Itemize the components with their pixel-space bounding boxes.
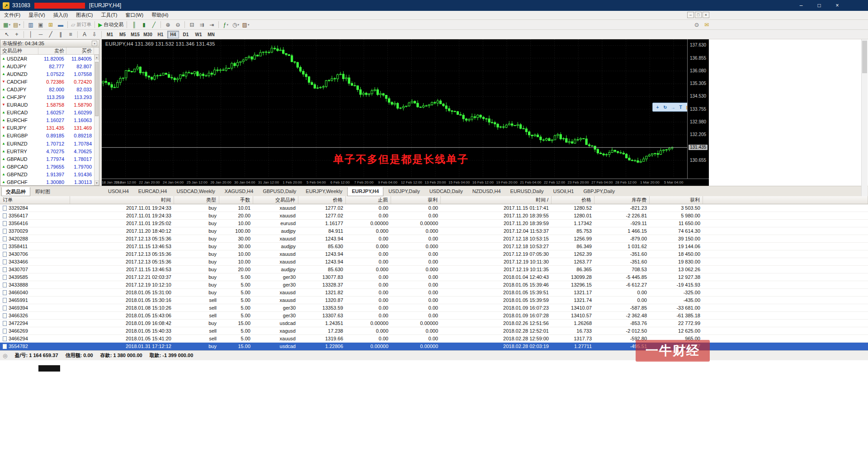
zoom-in-button[interactable]: ⊕ [163,20,173,29]
chart-tab[interactable]: USDJPY,Daily [384,187,425,196]
chart-tab[interactable]: EURCAD,H4 [134,187,172,196]
search-button[interactable]: ⊙ [692,20,702,29]
menu-item-tools[interactable]: 工具(T) [97,10,121,20]
community-button[interactable]: ✉ [702,20,712,29]
chart-tab[interactable]: EURJPY,H4 [347,187,383,196]
order-row[interactable]: 34307062017.12.13 05:15:36buy10.00xauusd… [0,250,868,258]
order-row[interactable]: 33564162017.11.01 19:25:02buy10.00eurusd… [0,220,868,227]
crosshair-button[interactable]: + [12,30,22,39]
market-watch-row[interactable]: ▲EURNZD1.707121.70784 [0,140,99,147]
order-row[interactable]: 34395852017.12.21 02:03:37buy5.00ger3013… [0,273,868,281]
market-watch-row[interactable]: ▲CHFJPY113.259113.293 [0,93,99,101]
order-row[interactable]: 33700292017.11.20 18:40:12buy100.00audjp… [0,227,868,235]
market-watch-row[interactable]: ▲EURGBP0.891850.89218 [0,132,99,140]
market-watch-row[interactable]: ▲AUDJPY82.77782.807 [0,62,99,70]
timeframe-m15-button[interactable]: M15 [129,31,141,38]
order-row[interactable]: 34662942018.01.05 15:41:20sell5.00xauusd… [0,335,868,343]
price-scale[interactable]: 137.630136.855136.080135.305134.530133.7… [687,39,709,179]
timeframe-h1-button[interactable]: H1 [155,31,166,38]
orders-col-header[interactable]: 价格 [552,196,594,204]
profiles-button[interactable]: ▤▾ [12,20,22,29]
periods-button[interactable]: ◷▾ [231,20,241,29]
new-order-button[interactable]: ▱新订单 [70,20,93,29]
cycle-icon[interactable]: ↻ [662,104,669,111]
orders-col-header[interactable]: 订单 [0,196,70,204]
auto-scroll-button[interactable]: ⇉ [197,20,207,29]
text-icon[interactable]: T [677,104,684,111]
orders-col-header[interactable]: 价格 [298,196,346,204]
market-watch-row[interactable]: ▲EURTRY4.702754.70625 [0,147,99,155]
market-watch-row[interactable]: ▲USDZAR11.8200511.84005 [0,55,99,62]
market-watch-row[interactable]: ▲GBPCHF1.300801.30113 [0,179,99,186]
chart-tab[interactable]: GBPJPY,Daily [579,187,619,196]
timeframe-h4-button[interactable]: H4 [167,31,179,38]
chart-restore-icon[interactable]: □ [695,12,702,18]
market-watch-row[interactable]: ▲AUDNZD1.075221.07558 [0,70,99,78]
templates-button[interactable]: ▨▾ [241,20,250,29]
market-watch-button[interactable]: ▥ [26,20,36,29]
order-row[interactable]: 34662692018.01.05 15:40:33sell5.00xagusd… [0,327,868,335]
order-row[interactable]: 34660402018.01.05 15:31:00buy5.00xauusd1… [0,289,868,297]
timeframe-m1-button[interactable]: M1 [104,31,116,38]
order-row[interactable]: 34693942018.01.08 15:10:26sell5.00ger301… [0,304,868,312]
order-row[interactable]: 34659912018.01.05 15:30:16sell5.00xauusd… [0,297,868,304]
equidistant-channel-button[interactable]: ∥ [56,30,66,39]
timeframe-d1-button[interactable]: D1 [180,31,192,38]
market-watch-row[interactable]: ▲GBPAUD1.779741.78017 [0,155,99,163]
chart-tab[interactable]: GBPUSD,Daily [258,187,301,196]
tile-windows-button[interactable]: ⊟ [187,20,197,29]
orders-col-header[interactable]: 时间 / [441,196,552,204]
chart-tab[interactable]: EURJPY,Weekly [301,187,347,196]
chart-shift-button[interactable]: ⇥ [207,20,217,29]
navigator-button[interactable]: ⊞ [46,20,56,29]
cursor-button[interactable]: ↖ [2,30,12,39]
close-icon[interactable]: × [92,41,97,46]
scroll-down-icon[interactable]: ▼ [94,180,99,185]
arrows-button[interactable]: ⇩ [90,30,99,39]
order-row[interactable]: 33584112017.11.15 13:46:53buy30.00audjpy… [0,243,868,250]
chart-tab[interactable]: USOil,H1 [549,187,579,196]
chart-tab[interactable]: XAGUSD,H4 [220,187,258,196]
terminal-button[interactable]: ▬ [56,20,66,29]
market-watch-tab[interactable]: 即时图 [31,187,55,196]
order-row[interactable]: 34722942018.01.09 16:08:42buy15.00usdcad… [0,320,868,327]
zoom-out-button[interactable]: ⊖ [173,20,183,29]
text-label-button[interactable]: A [80,30,90,39]
indicators-button[interactable]: ƒ▾ [221,20,231,29]
orders-col-header[interactable]: 止损 [346,196,391,204]
chart-candles-button[interactable]: ▮ [139,20,149,29]
chart-line-button[interactable]: ╱ [149,20,159,29]
orders-col-header[interactable]: 类型 [174,196,219,204]
data-window-button[interactable]: ▣ [36,20,46,29]
market-watch-row[interactable]: ▼EURJPY131.435131.469 [0,124,99,132]
time-axis[interactable]: 18 Jan 201819 Jan 12:0022 Jan 20:0024 Ja… [102,179,709,186]
menu-item-help[interactable]: 帮助(H) [147,10,172,20]
market-watch-row[interactable]: ▼CADCHF0.723860.72420 [0,78,99,85]
order-row[interactable]: 34338882017.12.19 10:12:10buy5.00ger3013… [0,281,868,289]
market-watch-tab[interactable]: 交易品种 [1,187,30,196]
orders-col-header[interactable]: 库存费 [594,196,650,204]
order-row[interactable]: 33292842017.11.01 19:24:33buy10.01xauusd… [0,204,868,212]
market-watch-scrollbar[interactable]: ▲ ▼ [94,55,99,185]
chart-tab[interactable]: USDCAD,Weekly [172,187,219,196]
order-row[interactable]: 34202882017.12.13 05:15:36buy30.00xauusd… [0,235,868,243]
autotrading-button[interactable]: ▶自动交易 [97,20,125,29]
chart-close-icon[interactable]: × [703,12,709,18]
horizontal-line-button[interactable]: ─ [36,30,46,39]
market-watch-row[interactable]: ▲EURCHF1.160271.16063 [0,117,99,124]
orders-col-header[interactable]: 交易品种 [253,196,298,204]
menu-item-charts[interactable]: 图表(C) [72,10,97,20]
menu-item-insert[interactable]: 插入(I) [49,10,72,20]
timeframe-w1-button[interactable]: W1 [193,31,204,38]
order-row[interactable]: 35547822018.01.31 17:12:12buy15.00usdcad… [0,343,868,350]
chart-tab[interactable]: USOil,H4 [104,187,133,196]
order-row[interactable]: 33564172017.11.01 19:24:33buy20.00xauusd… [0,212,868,220]
market-watch-row[interactable]: ▲GBPCAD1.796551.79700 [0,163,99,170]
chart-tab[interactable]: EURUSD,Daily [506,187,548,196]
chart-bars-button[interactable]: ║ [129,20,139,29]
chart-tab[interactable]: USDCAD,Daily [425,187,467,196]
vertical-scrollbar[interactable] [861,39,868,196]
maximize-button[interactable]: □ [810,0,828,11]
orders-col-header[interactable]: 获利 [391,196,441,204]
scroll-up-icon[interactable]: ▲ [94,55,99,60]
